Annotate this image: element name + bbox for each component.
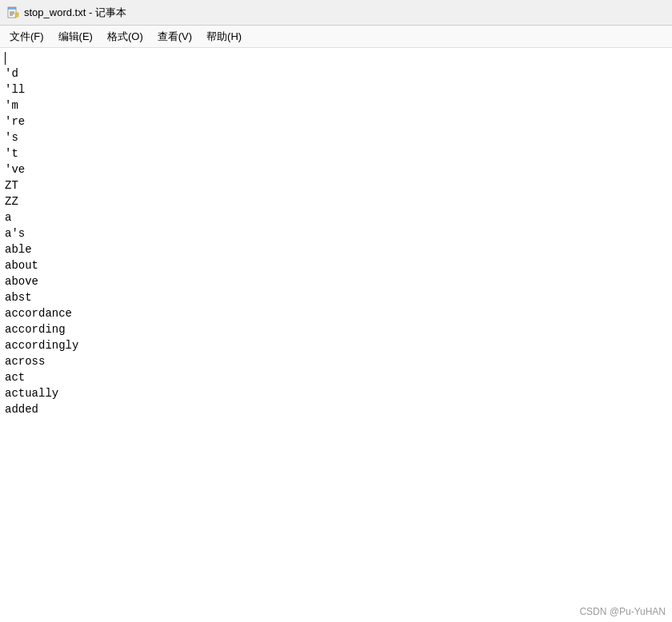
text-line: a's <box>5 225 667 241</box>
text-line: 's <box>5 130 667 146</box>
text-line: 'd <box>5 66 667 82</box>
svg-rect-5 <box>15 13 18 17</box>
title-bar: stop_word.txt - 记事本 <box>0 0 672 26</box>
cursor-line <box>5 51 667 66</box>
text-line: accordingly <box>5 337 667 353</box>
menu-view[interactable]: 查看(V) <box>151 27 198 46</box>
text-line: 'll <box>5 82 667 98</box>
text-line: actually <box>5 385 667 401</box>
text-line: across <box>5 353 667 369</box>
menu-file[interactable]: 文件(F) <box>3 27 50 46</box>
text-line: 'm <box>5 98 667 114</box>
text-line: according <box>5 321 667 337</box>
menu-help[interactable]: 帮助(H) <box>200 27 248 46</box>
text-line: abst <box>5 289 667 305</box>
text-line: act <box>5 369 667 385</box>
notepad-icon <box>6 6 19 19</box>
text-line: added <box>5 401 667 417</box>
window-title: stop_word.txt - 记事本 <box>24 6 126 20</box>
text-line: about <box>5 257 667 273</box>
text-line: above <box>5 273 667 289</box>
editor-area[interactable]: 'd'll'm're's't'veZTZZaa'sableaboutabovea… <box>0 48 672 622</box>
text-line: able <box>5 241 667 257</box>
svg-rect-1 <box>8 7 16 10</box>
text-line: ZT <box>5 177 667 193</box>
text-line: 't <box>5 146 667 161</box>
text-line: ZZ <box>5 193 667 209</box>
text-line: a <box>5 209 667 225</box>
menu-bar: 文件(F) 编辑(E) 格式(O) 查看(V) 帮助(H) <box>0 26 672 48</box>
menu-format[interactable]: 格式(O) <box>101 27 150 46</box>
menu-edit[interactable]: 编辑(E) <box>52 27 99 46</box>
text-cursor <box>5 52 6 65</box>
text-line: 're <box>5 114 667 130</box>
text-line: accordance <box>5 305 667 321</box>
text-content: 'd'll'm're's't'veZTZZaa'sableaboutabovea… <box>5 66 667 417</box>
text-line: 've <box>5 161 667 177</box>
